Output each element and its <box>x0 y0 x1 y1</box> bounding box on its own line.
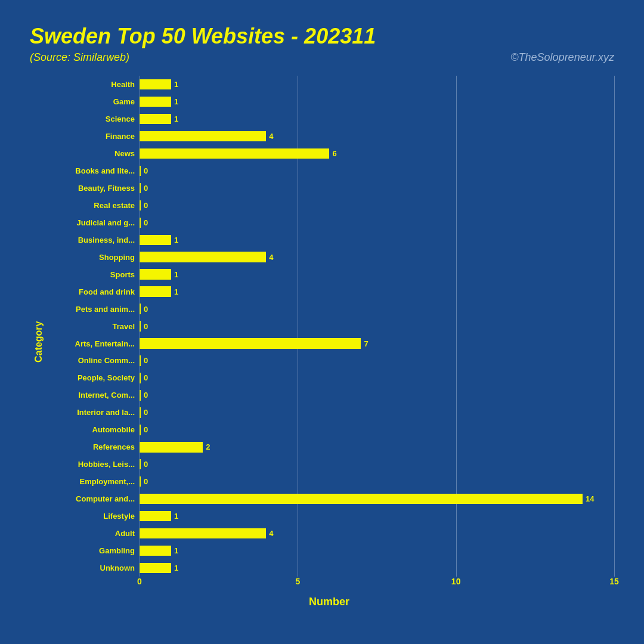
bar <box>140 546 171 556</box>
bar <box>140 425 141 435</box>
bar <box>140 442 203 452</box>
bar-row: Travel0 <box>44 318 614 335</box>
bar-row: Finance4 <box>44 128 614 145</box>
x-tick: 10 <box>451 577 461 586</box>
bar-track: 4 <box>140 249 614 266</box>
bar <box>140 511 171 521</box>
bar-track: 0 <box>140 421 614 438</box>
bar-row: Gambling1 <box>44 542 614 559</box>
bar-label: Sports <box>44 270 140 279</box>
bar-value: 1 <box>174 236 178 244</box>
bar-value: 4 <box>269 529 273 538</box>
bar-label: Online Comm... <box>44 356 140 365</box>
bar <box>140 304 141 314</box>
bar-value: 6 <box>332 149 336 158</box>
bar-value: 0 <box>144 425 148 434</box>
bar-value: 0 <box>144 373 148 382</box>
bar-row: Health1 <box>44 76 614 93</box>
bar-track: 1 <box>140 507 614 525</box>
bar-track: 0 <box>140 369 614 386</box>
bar-track: 0 <box>140 456 614 473</box>
bar-value: 0 <box>144 408 148 417</box>
bar-value: 1 <box>174 546 178 555</box>
bar-row: Employment,...0 <box>44 473 614 490</box>
bar-track: 0 <box>140 318 614 335</box>
bar <box>140 321 141 331</box>
bar-row: Internet, Com...0 <box>44 386 614 404</box>
bar-track: 1 <box>140 542 614 559</box>
bar-label: Science <box>44 114 140 123</box>
bar-label: Finance <box>44 132 140 141</box>
bar-label: News <box>44 149 140 158</box>
bar <box>140 338 361 348</box>
bar-label: Interior and la... <box>44 408 140 417</box>
bar-track: 14 <box>140 490 614 507</box>
bar-row: News6 <box>44 145 614 162</box>
bar-label: Computer and... <box>44 494 140 503</box>
bar-value: 0 <box>144 356 148 365</box>
bar-track: 0 <box>140 179 614 197</box>
bar-row: Unknown1 <box>44 559 614 577</box>
chart-inner: Health1Game1Science1Finance4News6Books a… <box>44 76 614 608</box>
bar-value: 0 <box>144 201 148 210</box>
bar-track: 1 <box>140 231 614 249</box>
title: Sweden Top 50 Websites - 202311 <box>30 24 614 49</box>
bar <box>140 373 141 383</box>
bar-track: 4 <box>140 128 614 145</box>
bar-row: Game1 <box>44 93 614 110</box>
bar-label: Arts, Entertain... <box>44 339 140 348</box>
bar-track: 0 <box>140 197 614 214</box>
bar-label: References <box>44 442 140 451</box>
copyright-label: ©TheSolopreneur.xyz <box>510 51 614 64</box>
bar <box>140 563 171 573</box>
bar-row: Real estate0 <box>44 197 614 214</box>
bar-label: Hobbies, Leis... <box>44 460 140 469</box>
bar-track: 2 <box>140 438 614 456</box>
bar <box>140 200 141 210</box>
bar-label: Pets and anim... <box>44 305 140 314</box>
bar-track: 0 <box>140 301 614 318</box>
bar-value: 0 <box>144 477 148 486</box>
bar <box>140 407 141 417</box>
x-axis-container: 051015 <box>140 577 614 591</box>
bar-value: 0 <box>144 218 148 227</box>
bar-label: Game <box>44 97 140 106</box>
x-tick: 5 <box>295 577 300 586</box>
bar-row: Business, ind...1 <box>44 231 614 249</box>
source-label: (Source: Similarweb) <box>30 51 129 64</box>
bar-row: Arts, Entertain...7 <box>44 335 614 352</box>
bar-row: Food and drink1 <box>44 283 614 301</box>
bar-value: 1 <box>174 287 178 296</box>
bar-label: People, Society <box>44 373 140 382</box>
bar-value: 1 <box>174 80 178 89</box>
bar-row: Science1 <box>44 110 614 128</box>
bar-row: Pets and anim...0 <box>44 301 614 318</box>
bar <box>140 114 171 124</box>
bar-row: Judicial and g...0 <box>44 214 614 231</box>
x-tick: 0 <box>137 577 142 586</box>
bar-value: 14 <box>586 494 594 503</box>
bar <box>140 494 583 504</box>
header-row: (Source: Similarweb) ©TheSolopreneur.xyz <box>30 51 614 64</box>
bar-row: Lifestyle1 <box>44 507 614 525</box>
bar <box>140 218 141 228</box>
bar-label: Internet, Com... <box>44 391 140 400</box>
bar <box>140 183 141 193</box>
bar-label: Shopping <box>44 253 140 262</box>
bar-row: Sports1 <box>44 266 614 283</box>
x-axis-label: Number <box>44 596 614 608</box>
bar-label: Real estate <box>44 201 140 210</box>
bar <box>140 286 171 296</box>
bar-value: 4 <box>269 132 273 141</box>
bar-track: 0 <box>140 214 614 231</box>
bar <box>140 390 141 400</box>
bar-value: 0 <box>144 184 148 193</box>
bar-track: 4 <box>140 525 614 542</box>
bar-track: 6 <box>140 145 614 162</box>
y-axis-label: Category <box>30 76 44 608</box>
bar-value: 0 <box>144 460 148 469</box>
bar-value: 1 <box>174 270 178 279</box>
bar <box>140 97 171 107</box>
bar-track: 0 <box>140 162 614 179</box>
bar-label: Books and lite... <box>44 166 140 175</box>
